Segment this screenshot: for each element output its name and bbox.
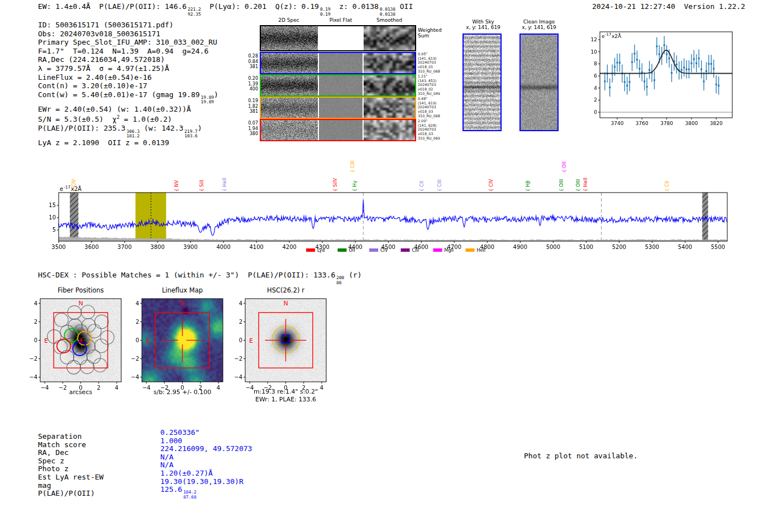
stacked-fraction: 221.292.35 — [188, 7, 201, 17]
match-row-value-3: N/A — [160, 453, 173, 462]
spec2d-image — [261, 75, 318, 95]
hsc-dex-matches-line: HSC-DEX : Possible Matches = 1 (within +… — [38, 271, 362, 285]
info-line-8: Cont(w) = 5.40(±0.01)e-17 (gmag 19.8919.… — [38, 90, 218, 105]
pixelflat-image — [319, 98, 363, 118]
text-segment: λ = 3779.57Å σ = 4.97(±1.25)Å — [38, 64, 169, 73]
stacked-fraction: 20086 — [336, 276, 344, 285]
lineflux-map-plot — [124, 294, 230, 395]
row-left-value: 1.39 — [236, 82, 258, 87]
text-segment: HSC-DEX : Possible Matches = 1 (within +… — [38, 271, 335, 279]
with-sky-title: With Sky — [462, 19, 504, 25]
stacked-fraction: 184.287.68 — [183, 490, 196, 500]
timestamp-text: 2024-10-21 12:27:40 — [592, 2, 675, 11]
text-segment: Obs: 20240703v018_5003615171 — [38, 30, 160, 38]
text-segment: EW: 1.4±0.4Å P(LAE)/P(OII): 146.6 — [38, 2, 187, 11]
row-right-value: 310_RU_069 — [418, 137, 440, 141]
weighted-sum-row — [260, 25, 416, 51]
version-text: Version 1.22.2 — [684, 2, 745, 11]
info-line-10: S/N = 5.3(±0.5) χ2 = 1.0(±0.2) — [38, 113, 218, 124]
weighted-sum-label: Weighted Sum — [418, 27, 442, 39]
with-sky-image — [464, 35, 500, 130]
stacked-fraction: 306.3181.2 — [127, 130, 140, 139]
text-segment: P(Lyα): 0.201 Q(z): 0.19 — [201, 2, 319, 11]
info-line-5: λ = 3779.57Å σ = 4.97(±1.25)Å — [38, 64, 218, 73]
hsc-r-plot — [227, 294, 333, 395]
spec2d-fiber-row-3 — [260, 119, 416, 141]
text-segment: 224.216099, 49.572073 — [160, 444, 252, 453]
stacked-fraction: 0.190.19 — [320, 7, 331, 17]
with-sky-coords: x, y: 141, 619 — [458, 25, 508, 30]
smoothed-image — [364, 75, 415, 95]
match-row-value-0: 0.250336" — [160, 428, 199, 437]
match-row-value-7: 125.6184.287.68 — [160, 485, 197, 500]
row-left-value: 381 — [236, 109, 258, 114]
pixelflat-image — [319, 53, 363, 73]
col-title-2dspec: 2D Spec — [260, 17, 318, 23]
hsc-ewr-plae-label: EWr: 1, PLAE: 133.6 — [235, 396, 336, 403]
info-line-9: EWr = 2.40(±0.54) (w: 1.40(±0.32))Å — [38, 105, 218, 114]
weighted-label-line2: Sum — [418, 33, 442, 39]
row-left-labels-0: 0.280.84381 — [236, 54, 258, 70]
text-segment: 125.6 — [160, 485, 182, 493]
photz-note: Phot z plot not available. — [524, 452, 638, 461]
info-line-2: Primary Spec_Slot_IFU_AMP: 310_033_002_R… — [38, 38, 218, 47]
row-left-labels-2: 0.191.82381 — [236, 98, 258, 114]
text-segment: z: 0.0138 — [331, 2, 379, 11]
clean-image-panel — [519, 33, 559, 131]
col-title-pixelflat: Pixel Flat — [318, 17, 363, 23]
match-row-value-1: 1.000 — [160, 437, 182, 445]
fiber-positions-title: Fiber Positions — [30, 286, 131, 294]
match-row-label-0: Separation — [38, 432, 82, 441]
col-title-smoothed: Smoothed — [363, 17, 416, 23]
info-line-7: Cont(n) = 3.20(±0.10)e-17 — [38, 82, 218, 90]
row-left-labels-3: 0.071.94380 — [236, 121, 258, 137]
info-line-12: LyA z = 2.1090 OII z = 0.0139 — [38, 138, 218, 147]
text-segment: N/A — [160, 461, 173, 469]
spacer — [675, 2, 684, 11]
full-spectrum-plot — [31, 147, 751, 261]
row-left-value: 1.94 — [236, 126, 258, 132]
row-left-value: 381 — [236, 64, 258, 70]
info-line-3: F=1.7" T=0.124 N=1.39 A=0.94 g=24.6 — [38, 47, 218, 56]
text-segment: S/N = 5.3(±0.5) χ — [38, 116, 117, 124]
with-sky-panel — [462, 33, 502, 131]
text-segment: LyA z = 2.1090 OII z = 0.0139 — [38, 138, 169, 147]
text-segment: ) — [198, 124, 202, 132]
match-row-label-1: Match score — [38, 440, 86, 449]
text-segment: Cont(n) = 3.20(±0.10)e-17 — [38, 82, 147, 90]
pixelflat-image — [319, 120, 363, 140]
spec2d-image — [261, 120, 318, 140]
lineflux-map-title: Lineflux Map — [132, 286, 233, 294]
row-left-labels-1: 0.201.39400 — [236, 76, 258, 92]
text-segment: (r) — [344, 271, 361, 279]
info-line-6: LineFlux = 2.40(±0.54)e-16 — [38, 73, 218, 82]
text-segment: 1.000 — [160, 437, 182, 445]
spec2d-fiber-row-2 — [260, 97, 416, 119]
text-segment: (w: 142.3 — [140, 124, 183, 132]
hsc-r-title: HSC(26.2) r — [235, 286, 336, 294]
detection-info-block: ID: 5003615171 (5003615171.pdf)Obs: 2024… — [38, 21, 218, 147]
match-row-value-6: 19.30(19.30,19.30)R — [160, 477, 244, 486]
text-segment: 1.20(±0.27)Å — [160, 469, 213, 477]
spec2d-image — [261, 26, 318, 50]
row-right-value: 310_RU_049 — [418, 92, 440, 97]
pixelflat-image — [319, 75, 363, 95]
hsc-mag-label: m:19.3 re:1.4" s:0.2" — [235, 388, 336, 395]
text-segment: N/A — [160, 453, 173, 461]
smoothed-image — [364, 98, 415, 118]
row-right-labels-0: 0.95"(141, 619)20240703v018_01310_RU_068 — [418, 52, 440, 74]
text-segment: = 1.0(±0.2) — [120, 116, 172, 124]
pixelflat-image — [319, 26, 363, 50]
spec2d-image — [261, 98, 318, 118]
text-segment: P(LAE)/P(OII): 235.3 — [38, 124, 126, 132]
text-segment: EWr = 2.40(±0.54) (w: 1.40(±0.32))Å — [38, 105, 191, 113]
spec2d-image — [261, 53, 318, 73]
row-right-value: 310_RU_068 — [418, 70, 440, 74]
match-row-label-4: Photo z — [38, 464, 69, 473]
match-row-label-5: Est LyA rest-EW — [38, 473, 103, 482]
row-right-labels-1: 1.21"(143, 452)20240703v018_02310_RU_049 — [418, 75, 440, 97]
row-left-value: 0.28 — [236, 54, 258, 59]
info-line-11: P(LAE)/P(OII): 235.3306.3181.2 (w: 142.3… — [38, 124, 218, 138]
text-segment: ) — [214, 90, 218, 99]
stacked-fraction: 219.7103.6 — [184, 130, 197, 139]
